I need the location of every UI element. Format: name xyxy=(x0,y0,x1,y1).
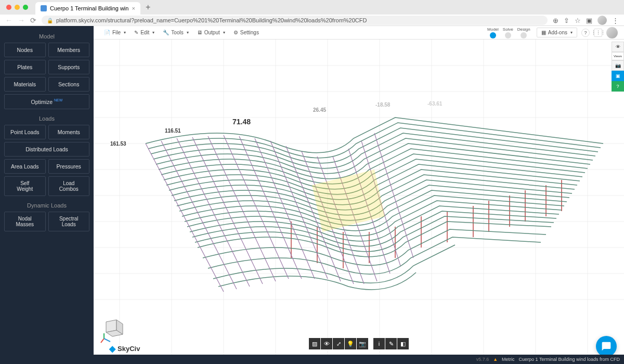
settings-menu[interactable]: ⚙Settings xyxy=(229,28,263,37)
optimize-button[interactable]: OptimizeNEW xyxy=(4,94,89,109)
bookmark-icon[interactable]: ☆ xyxy=(575,17,581,24)
hide-button[interactable]: ▨ xyxy=(309,338,320,349)
search-icon[interactable]: ⊕ xyxy=(553,17,558,24)
back-button[interactable]: ← xyxy=(5,16,12,24)
browser-chrome: Cuerpo 1 Terminal Building win × + ← → ⟳… xyxy=(0,0,624,26)
point-loads-button[interactable]: Point Loads xyxy=(4,125,46,139)
edit-menu[interactable]: ✎Edit▾ xyxy=(130,28,159,37)
gear-icon: ⚙ xyxy=(233,30,238,35)
screenshot-button[interactable]: 📷 xyxy=(612,60,624,71)
chevron-down-icon: ▾ xyxy=(570,30,573,35)
chevron-down-icon: ▾ xyxy=(187,30,189,35)
visibility-button[interactable]: 👁 xyxy=(321,338,332,349)
extensions-icon[interactable]: ▣ xyxy=(586,17,592,24)
tools-menu[interactable]: 🔧Tools▾ xyxy=(159,28,192,37)
new-tab-button[interactable]: + xyxy=(146,3,150,12)
loads-header: Loads xyxy=(4,112,89,125)
members-button[interactable]: Members xyxy=(48,43,90,57)
dimension-label: -63.61 xyxy=(426,101,443,107)
addons-button[interactable]: ▦Add-ons▾ xyxy=(537,28,577,37)
app-toolbar: 📄File▾ ✎Edit▾ 🔧Tools▾ 🖥Output▾ ⚙Settings… xyxy=(94,26,624,40)
mode-model[interactable]: Model xyxy=(485,26,501,40)
svg-line-39 xyxy=(239,136,302,279)
project-name: Cuerpo 1 Terminal Building wind loads fr… xyxy=(519,357,620,362)
views-button[interactable]: Views xyxy=(612,52,624,60)
menu-icon[interactable]: ⋮ xyxy=(612,17,619,24)
supports-button[interactable]: Supports xyxy=(48,60,90,74)
camera-button[interactable]: 📷 xyxy=(357,338,368,349)
eye-button[interactable]: 👁 xyxy=(612,42,624,52)
dimension-label: 26.45 xyxy=(312,107,327,113)
dimension-label: 71.48 xyxy=(231,118,252,126)
pencil-icon: ✎ xyxy=(134,30,138,35)
tab-bar: Cuerpo 1 Terminal Building win × + xyxy=(0,0,624,15)
user-avatar[interactable] xyxy=(606,27,618,38)
maximize-window-button[interactable] xyxy=(23,5,28,10)
share-icon[interactable]: ⇧ xyxy=(564,17,569,24)
plates-button[interactable]: Plates xyxy=(4,60,46,74)
favicon-icon xyxy=(41,5,47,11)
dimension-label: -18.58 xyxy=(374,102,391,108)
right-toolbar: 👁 Views 📷 ▣ ? xyxy=(612,42,624,92)
url-field[interactable]: 🔒 platform.skyciv.com/structural?preload… xyxy=(42,16,548,25)
area-loads-button[interactable]: Area Loads xyxy=(4,159,46,174)
dynamic-loads-header: Dynamic Loads xyxy=(4,199,89,212)
browser-tab[interactable]: Cuerpo 1 Terminal Building win × xyxy=(35,2,140,15)
info-button[interactable]: i xyxy=(373,338,385,349)
moments-button[interactable]: Moments xyxy=(48,125,90,139)
close-window-button[interactable] xyxy=(6,5,11,10)
tab-title: Cuerpo 1 Terminal Building win xyxy=(50,5,128,11)
url-text: platform.skyciv.com/structural?preload_n… xyxy=(56,17,367,23)
dimension-label: 161.53 xyxy=(109,141,127,147)
chat-button[interactable] xyxy=(596,336,617,357)
reload-button[interactable]: ⟳ xyxy=(30,16,36,24)
output-menu[interactable]: 🖥Output▾ xyxy=(193,28,229,37)
forward-button[interactable]: → xyxy=(18,16,25,24)
wrench-icon: 🔧 xyxy=(163,30,169,35)
viewcube[interactable] xyxy=(100,316,126,344)
edit-button[interactable]: ✎ xyxy=(385,338,397,349)
nodal-masses-button[interactable]: NodalMasses xyxy=(4,212,46,231)
close-tab-button[interactable]: × xyxy=(132,5,135,11)
chevron-down-icon: ▾ xyxy=(124,30,126,35)
address-bar-row: ← → ⟳ 🔒 platform.skyciv.com/structural?p… xyxy=(0,15,624,26)
chat-icon xyxy=(601,341,612,352)
self-weight-button[interactable]: SelfWeight xyxy=(4,176,46,196)
model-canvas[interactable] xyxy=(94,40,624,355)
units-label[interactable]: Metric xyxy=(502,357,515,362)
apps-button[interactable]: ⋮⋮⋮ xyxy=(594,29,602,37)
spectral-loads-button[interactable]: SpectralLoads xyxy=(48,212,90,231)
help-button[interactable]: ? xyxy=(581,29,590,37)
pressures-button[interactable]: Pressures xyxy=(48,159,90,174)
mode-design[interactable]: Design xyxy=(515,26,532,40)
window-controls xyxy=(6,5,28,10)
sections-button[interactable]: Sections xyxy=(48,77,90,92)
warning-icon[interactable]: ▲ xyxy=(493,357,498,362)
logo-icon: ◆ xyxy=(109,344,115,354)
mode-tabs: Model Solve Design xyxy=(485,26,532,40)
new-badge: NEW xyxy=(54,98,62,102)
viewport-3d[interactable]: 161.53 116.51 71.48 26.45 -18.58 -63.61 … xyxy=(94,40,624,355)
cube-button[interactable]: ▣ xyxy=(612,71,624,81)
load-combos-button[interactable]: LoadCombos xyxy=(48,176,90,196)
mode-solve[interactable]: Solve xyxy=(501,26,515,40)
svg-line-55 xyxy=(104,339,110,342)
expand-button[interactable]: ⤢ xyxy=(333,338,344,349)
model-header: Model xyxy=(4,30,89,43)
minimize-window-button[interactable] xyxy=(15,5,20,10)
nodes-button[interactable]: Nodes xyxy=(4,43,46,57)
profile-avatar[interactable] xyxy=(597,16,607,25)
file-menu[interactable]: 📄File▾ xyxy=(100,28,130,37)
svg-line-35 xyxy=(177,138,250,287)
mode-dot-icon xyxy=(490,32,496,38)
svg-line-34 xyxy=(161,141,237,289)
lock-icon: 🔒 xyxy=(47,18,53,23)
svg-line-53 xyxy=(101,339,104,343)
materials-button[interactable]: Materials xyxy=(4,77,46,92)
status-bar: v5.7.6 ▲ Metric Cuerpo 1 Terminal Buildi… xyxy=(94,355,624,364)
erase-button[interactable]: ◧ xyxy=(397,338,409,349)
help-side-button[interactable]: ? xyxy=(612,81,624,92)
distributed-loads-button[interactable]: Distributed Loads xyxy=(4,142,89,157)
mode-dot-icon xyxy=(521,32,527,38)
lightbulb-button[interactable]: 💡 xyxy=(345,338,356,349)
